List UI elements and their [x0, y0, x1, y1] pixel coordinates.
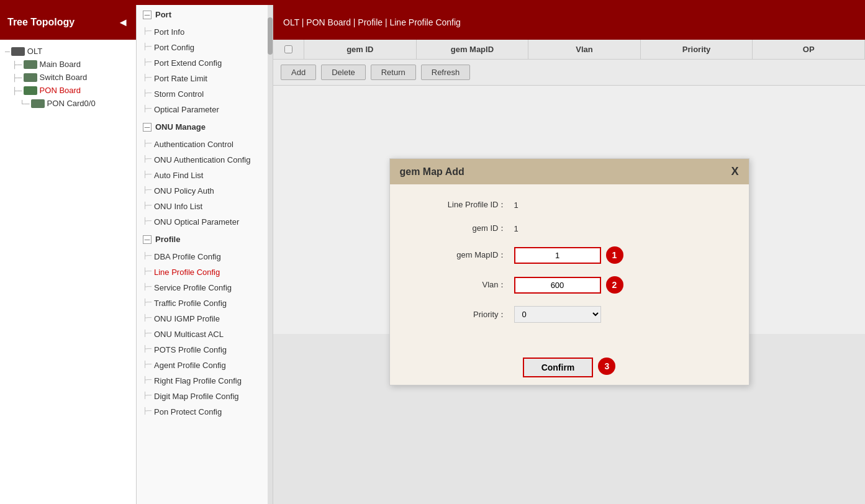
nav-label-pon-protect-config: Pon Protect Config: [154, 407, 222, 416]
tree-label-olt: OLT: [27, 47, 42, 56]
modal-header: gem Map Add X: [390, 159, 749, 184]
tree-item-pon-card[interactable]: └─ PON Card0/0: [2, 97, 134, 110]
nav-item-right-flag-profile[interactable]: Right Flag Profile Config: [137, 373, 273, 389]
nav-item-port-config[interactable]: Port Config: [137, 40, 273, 55]
gem-mapid-input[interactable]: [514, 247, 601, 264]
modal-overlay: gem Map Add X Line Profile ID： 1 gem ID：…: [273, 40, 865, 504]
main-content: OLT | PON Board | Profile | Line Profile…: [273, 5, 865, 504]
tree-label-main-board: Main Board: [40, 60, 81, 69]
pon-card-icon: [31, 99, 45, 108]
vlan-label: Vlan：: [415, 279, 514, 290]
tree-connector: └─: [20, 100, 30, 107]
nav-label-port-config: Port Config: [154, 43, 194, 52]
port-collapse-icon[interactable]: ─: [143, 11, 152, 19]
nav-label-right-flag-profile: Right Flag Profile Config: [154, 376, 242, 385]
modal-body: Line Profile ID： 1 gem ID： 1 gem MapID：: [390, 184, 749, 350]
nav-item-auto-find-list[interactable]: Auto Find List: [137, 168, 273, 183]
profile-collapse-icon[interactable]: ─: [143, 235, 152, 244]
nav-panel: ─ Port Port Info Port Config Port Extend…: [137, 5, 273, 504]
modal-close-button[interactable]: X: [731, 165, 738, 178]
nav-section-onu[interactable]: ─ ONU Manage: [137, 117, 273, 137]
nav-section-profile[interactable]: ─ Profile: [137, 230, 273, 249]
nav-label-onu-auth-config: ONU Authentication Config: [154, 155, 250, 164]
tree-item-switch-board[interactable]: ├─ Switch Board: [2, 71, 134, 84]
nav-label-optical-parameter: Optical Parameter: [154, 105, 219, 114]
gem-map-add-modal: gem Map Add X Line Profile ID： 1 gem ID：…: [389, 158, 750, 385]
tree-label-switch-board: Switch Board: [40, 73, 88, 82]
nav-item-digit-map-profile[interactable]: Digit Map Profile Config: [137, 389, 273, 404]
line-profile-id-row: Line Profile ID： 1: [415, 199, 724, 210]
tree-connector: ─: [5, 48, 10, 55]
nav-item-onu-optical-param[interactable]: ONU Optical Parameter: [137, 214, 273, 230]
vlan-row: Vlan： 2: [415, 276, 724, 294]
sidebar-collapse-icon[interactable]: ◄: [117, 16, 129, 29]
nav-item-pots-profile[interactable]: POTS Profile Config: [137, 342, 273, 358]
switch-board-icon: [24, 73, 37, 82]
confirm-button[interactable]: Confirm: [523, 358, 594, 377]
tree-item-pon-board[interactable]: ├─ PON Board: [2, 84, 134, 97]
nav-label-storm-control: Storm Control: [154, 89, 204, 99]
nav-item-onu-auth-config[interactable]: ONU Authentication Config: [137, 152, 273, 168]
tree-item-olt[interactable]: ─ OLT: [2, 45, 134, 58]
step-badge-2: 2: [606, 276, 623, 294]
sidebar-title: Tree Topology ◄: [0, 5, 136, 40]
nav-scrollbar[interactable]: [268, 5, 273, 504]
nav-label-port-info: Port Info: [154, 27, 184, 37]
nav-item-service-profile[interactable]: Service Profile Config: [137, 280, 273, 295]
nav-label-agent-profile: Agent Profile Config: [154, 361, 226, 370]
nav-item-onu-policy-auth[interactable]: ONU Policy Auth: [137, 183, 273, 199]
onu-collapse-icon[interactable]: ─: [143, 123, 152, 132]
step-badge-3: 3: [598, 358, 615, 375]
nav-item-onu-info-list[interactable]: ONU Info List: [137, 199, 273, 214]
breadcrumb: OLT | PON Board | Profile | Line Profile…: [273, 5, 865, 40]
tree-label-pon-board: PON Board: [40, 86, 81, 95]
nav-item-agent-profile[interactable]: Agent Profile Config: [137, 358, 273, 373]
nav-item-storm-control[interactable]: Storm Control: [137, 86, 273, 102]
nav-scroll-thumb[interactable]: [268, 17, 273, 55]
nav-item-optical-parameter[interactable]: Optical Parameter: [137, 102, 273, 117]
nav-label-onu-optical-param: ONU Optical Parameter: [154, 217, 239, 227]
breadcrumb-text: OLT | PON Board | Profile | Line Profile…: [283, 17, 461, 27]
nav-label-dba-profile: DBA Profile Config: [154, 252, 221, 261]
nav-item-traffic-profile[interactable]: Traffic Profile Config: [137, 295, 273, 311]
tree-item-main-board[interactable]: ├─ Main Board: [2, 58, 134, 71]
nav-label-auto-find-list: Auto Find List: [154, 171, 204, 180]
nav-label-onu-info-list: ONU Info List: [154, 202, 202, 211]
olt-icon: [11, 47, 25, 56]
port-section-label: Port: [155, 10, 171, 19]
tree-connector: ├─: [12, 87, 22, 94]
tree-container: ─ OLT ├─ Main Board ├─ Switch Board ├─ P…: [0, 40, 136, 504]
vlan-input[interactable]: [514, 277, 601, 294]
main-board-icon: [24, 60, 37, 69]
nav-item-auth-control[interactable]: Authentication Control: [137, 137, 273, 152]
nav-item-onu-igmp-profile[interactable]: ONU IGMP Profile: [137, 311, 273, 326]
priority-label: Priority：: [415, 309, 514, 320]
nav-item-port-extend-config[interactable]: Port Extend Config: [137, 55, 273, 71]
tree-label-pon-card: PON Card0/0: [47, 99, 96, 108]
nav-item-port-info[interactable]: Port Info: [137, 24, 273, 40]
sidebar: Tree Topology ◄ ─ OLT ├─ Main Board ├─ S…: [0, 5, 137, 504]
nav-label-digit-map-profile: Digit Map Profile Config: [154, 392, 239, 401]
nav-item-dba-profile[interactable]: DBA Profile Config: [137, 249, 273, 264]
nav-item-onu-multicast-acl[interactable]: ONU Multicast ACL: [137, 326, 273, 342]
nav-item-line-profile[interactable]: Line Profile Config: [137, 264, 273, 280]
nav-label-traffic-profile: Traffic Profile Config: [154, 299, 227, 308]
content-wrapper: gem ID gem MapID Vlan Priority OP Add De…: [273, 40, 865, 504]
nav-item-port-rate-limit[interactable]: Port Rate Limit: [137, 71, 273, 86]
tree-connector: ├─: [12, 61, 22, 68]
priority-row: Priority： 0 1 2 3 4 5 6 7: [415, 306, 724, 323]
priority-select[interactable]: 0 1 2 3 4 5 6 7: [514, 306, 601, 323]
nav-label-auth-control: Authentication Control: [154, 140, 233, 149]
nav-label-service-profile: Service Profile Config: [154, 283, 232, 292]
nav-item-pon-protect-config[interactable]: Pon Protect Config: [137, 404, 273, 420]
line-profile-id-label: Line Profile ID：: [415, 199, 514, 210]
tree-connector: ├─: [12, 74, 22, 81]
gem-id-value: 1: [514, 224, 519, 233]
modal-title: gem Map Add: [400, 166, 464, 178]
onu-section-label: ONU Manage: [155, 122, 206, 132]
gem-mapid-row: gem MapID： 1: [415, 246, 724, 264]
profile-section-label: Profile: [155, 235, 180, 244]
nav-label-line-profile: Line Profile Config: [154, 268, 220, 277]
nav-section-port[interactable]: ─ Port: [137, 5, 273, 24]
step-badge-1: 1: [606, 246, 623, 264]
